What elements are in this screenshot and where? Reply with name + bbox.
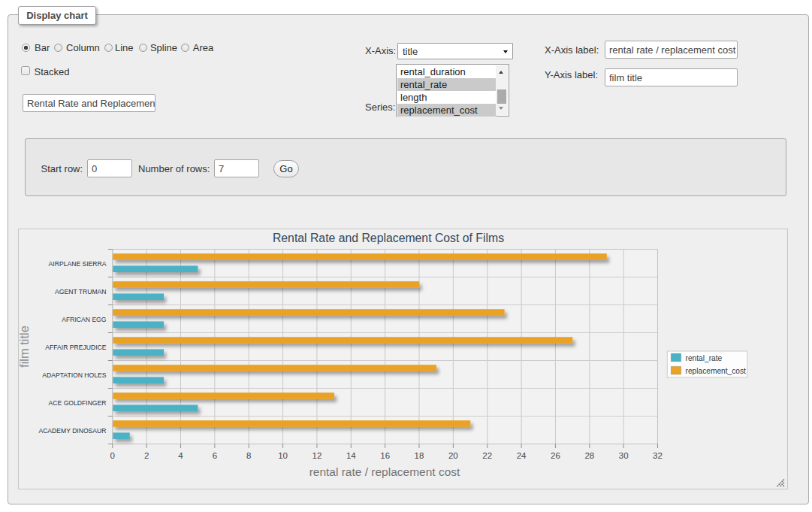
svg-text:6: 6 bbox=[213, 451, 217, 460]
svg-text:26: 26 bbox=[551, 451, 560, 460]
svg-text:22: 22 bbox=[482, 451, 492, 460]
svg-text:replacement_cost: replacement_cost bbox=[686, 367, 747, 375]
svg-text:AFFAIR PREJUDICE: AFFAIR PREJUDICE bbox=[45, 344, 106, 351]
svg-text:ACE GOLDFINGER: ACE GOLDFINGER bbox=[49, 399, 107, 407]
svg-text:ACADEMY DINOSAUR: ACADEMY DINOSAUR bbox=[38, 427, 106, 435]
svg-text:film title: film title bbox=[19, 326, 31, 368]
svg-text:0: 0 bbox=[110, 451, 115, 460]
svg-text:rental_rate: rental_rate bbox=[686, 354, 723, 362]
svg-text:24: 24 bbox=[517, 451, 527, 460]
svg-text:10: 10 bbox=[278, 451, 288, 460]
svg-text:AFRICAN EGG: AFRICAN EGG bbox=[62, 316, 107, 323]
svg-text:14: 14 bbox=[346, 451, 356, 460]
svg-text:2: 2 bbox=[144, 451, 149, 460]
svg-text:28: 28 bbox=[584, 451, 594, 460]
svg-text:8: 8 bbox=[246, 451, 251, 460]
svg-text:rental rate / replacement cost: rental rate / replacement cost bbox=[309, 465, 460, 478]
svg-text:20: 20 bbox=[448, 451, 458, 460]
svg-text:AGENT TRUMAN: AGENT TRUMAN bbox=[55, 288, 106, 295]
svg-text:16: 16 bbox=[380, 451, 390, 460]
svg-text:32: 32 bbox=[653, 451, 663, 460]
svg-text:Rental Rate and Replacement Co: Rental Rate and Replacement Cost of Film… bbox=[273, 232, 504, 244]
svg-text:AIRPLANE SIERRA: AIRPLANE SIERRA bbox=[49, 260, 107, 268]
svg-text:12: 12 bbox=[312, 451, 322, 460]
svg-text:4: 4 bbox=[178, 451, 183, 460]
svg-text:30: 30 bbox=[619, 451, 629, 460]
svg-text:18: 18 bbox=[415, 451, 424, 460]
svg-text:ADAPTATION HOLES: ADAPTATION HOLES bbox=[42, 371, 106, 379]
